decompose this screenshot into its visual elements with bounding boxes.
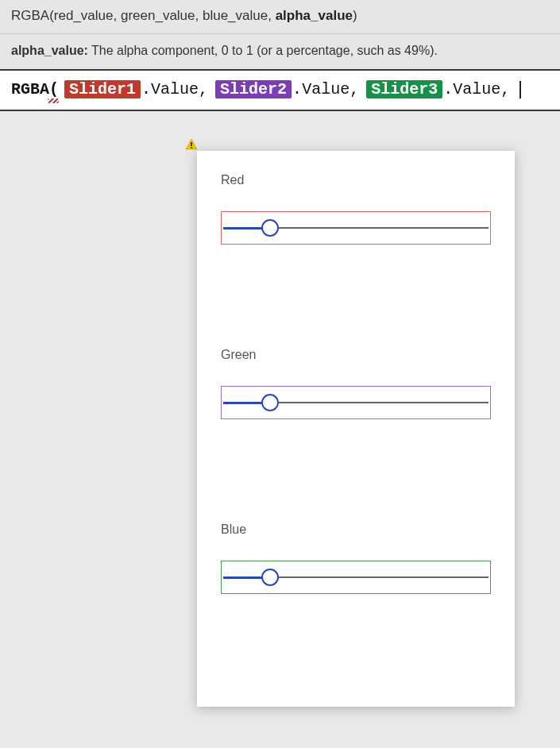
formula-fn: RGBA (11, 80, 49, 98)
slider-group-blue: Blue (221, 522, 491, 594)
error-squiggle (48, 98, 59, 103)
comma: , (199, 80, 210, 98)
slider-label-red: Red (221, 173, 491, 187)
slider-group-green: Green (221, 348, 491, 419)
slider-label-green: Green (221, 348, 491, 362)
member-value-1: Value (151, 80, 199, 98)
svg-rect-1 (191, 142, 192, 146)
slider-group-red: Red (221, 173, 491, 245)
dot: . (292, 80, 302, 98)
intellisense-signature: RGBA(red_value, green_value, blue_value,… (0, 0, 560, 34)
formula-bar[interactable]: RGBA(Slider1.Value,Slider2.Value,Slider3… (0, 71, 560, 111)
slider-label-blue: Blue (221, 522, 491, 537)
comma: , (350, 80, 361, 98)
sig-suffix: ) (353, 8, 357, 23)
open-paren: ( (49, 80, 59, 98)
sig-prefix: RGBA(red_value, green_value, blue_value, (11, 8, 276, 23)
slider-thumb[interactable] (261, 394, 279, 411)
text-cursor (519, 81, 521, 98)
slider-green[interactable] (221, 386, 491, 419)
slider-red[interactable] (221, 211, 491, 245)
param-name: alpha_value: (11, 44, 88, 57)
slider-blue[interactable] (221, 561, 491, 594)
member-value-2: Value (302, 80, 350, 98)
slider-thumb[interactable] (261, 569, 279, 586)
warning-icon (185, 138, 198, 151)
param-desc-text: The alpha component, 0 to 1 (or a percen… (88, 44, 438, 57)
token-slider3[interactable]: Slider3 (366, 80, 442, 98)
dot: . (443, 80, 453, 98)
token-slider1[interactable]: Slider1 (64, 80, 141, 98)
comma: , (500, 80, 512, 98)
sig-current-param: alpha_value (276, 8, 353, 23)
canvas[interactable]: Red Green Blue (0, 111, 560, 723)
token-slider2[interactable]: Slider2 (215, 80, 292, 98)
dot: . (141, 80, 151, 98)
slider-thumb[interactable] (261, 219, 279, 237)
preview-card[interactable]: Red Green Blue (197, 151, 515, 707)
svg-rect-2 (191, 147, 192, 148)
intellisense-param-desc: alpha_value: The alpha component, 0 to 1… (0, 34, 560, 71)
member-value-3: Value (453, 80, 500, 98)
